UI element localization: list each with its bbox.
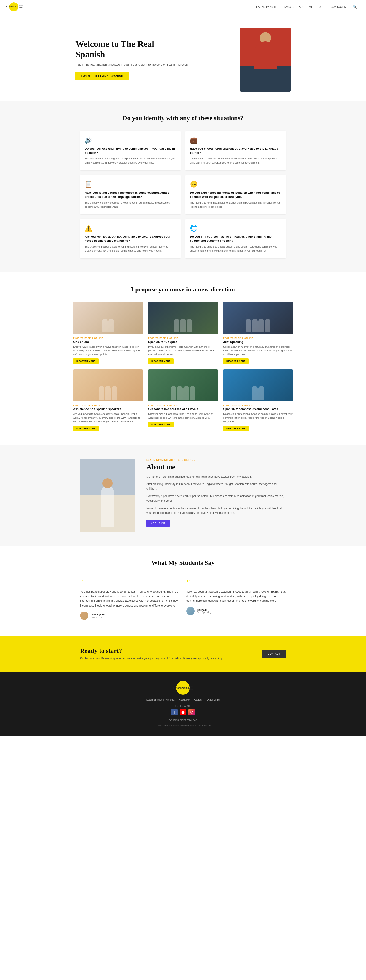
identify-title: Do you identify with any of these situat… — [9, 115, 357, 122]
service-tag-3: FACE TO FACE & ONLINE — [73, 404, 143, 406]
nav-links: Learn Spanish Services About Me Rates Co… — [255, 5, 357, 9]
footer: LEARN SPANISH with Tere Learn Spanish in… — [0, 672, 366, 736]
service-tag-0: FACE TO FACE & ONLINE — [73, 337, 143, 339]
service-desc-4: Discover how fun and rewarding it can be… — [148, 412, 218, 420]
service-button-2[interactable]: DISCOVER MORE — [223, 358, 249, 364]
service-desc-0: Enjoy private classes with a native teac… — [73, 345, 143, 356]
footer-link-3[interactable]: Other Links — [207, 698, 220, 701]
cta-contact-button[interactable]: CONTACT — [262, 650, 286, 658]
footer-link-2[interactable]: Gallery — [194, 698, 202, 701]
nav-link-about[interactable]: About Me — [299, 5, 313, 8]
identify-card-2: 📋 Have you found yourself immersed in co… — [80, 175, 181, 215]
service-button-3[interactable]: DISCOVER MORE — [73, 426, 99, 431]
identify-card-1-desc: Effective communication in the work envi… — [190, 157, 281, 165]
about-image — [80, 459, 135, 532]
service-title-5: Spanish for embassies and consulates — [223, 407, 293, 411]
footer-link-0[interactable]: Learn Spanish in Almeria — [146, 698, 174, 701]
testimonials-title: What My Students Say — [9, 559, 357, 566]
identify-card-3-desc: The inability to form meaningful relatio… — [190, 201, 281, 209]
about-section: LEARN SPANISH WITH TERE METHOD About me … — [0, 445, 366, 546]
service-card-4: FACE TO FACE & ONLINE Seasoners live cou… — [148, 369, 218, 431]
instagram-icon[interactable] — [189, 709, 195, 716]
footer-logo[interactable]: LEARN SPANISH with Tere — [176, 681, 190, 695]
service-button-4[interactable]: DISCOVER MORE — [148, 422, 174, 427]
service-image-4 — [148, 369, 218, 401]
about-text: LEARN SPANISH WITH TERE METHOD About me … — [146, 459, 286, 527]
service-image-3 — [73, 369, 143, 401]
about-para-1: After finishing university in Granada, I… — [146, 482, 286, 491]
service-card-3: FACE TO FACE & ONLINE Assistance non-spa… — [73, 369, 143, 431]
clipboard-icon: 📋 — [85, 180, 176, 188]
testimonial-text-0: Tere has beautiful energy and is so fun … — [80, 589, 179, 608]
service-card-1: FACE TO FACE & ONLINE Spanish for Couple… — [148, 302, 218, 364]
nav-link-contact[interactable]: Contact Me — [331, 5, 348, 8]
identify-card-0-desc: The frustration of not being able to exp… — [85, 157, 176, 165]
service-title-2: Just Speaking! — [223, 340, 293, 344]
cta-title: Ready to start? — [80, 647, 223, 654]
author-name-1: Ian Paul — [197, 608, 211, 611]
identify-card-4-desc: The anxiety of not being able to communi… — [85, 245, 176, 253]
nav-link-services[interactable]: Services — [281, 5, 294, 8]
service-tag-2: FACE TO FACE & ONLINE — [223, 337, 293, 339]
service-button-0[interactable]: DISCOVER MORE — [73, 358, 99, 364]
about-title: About me — [146, 463, 286, 471]
author-info-0: Lana Lykhasn One on one — [91, 613, 107, 618]
author-avatar-1 — [187, 607, 195, 615]
service-title-3: Assistance non-spanish speakers — [73, 407, 143, 411]
author-info-1: Ian Paul Just Speaking — [197, 608, 211, 614]
service-button-5[interactable]: DISCOVER MORE — [223, 426, 249, 431]
service-image-1 — [148, 302, 218, 334]
service-image-2 — [223, 302, 293, 334]
identify-section: Do you identify with any of these situat… — [0, 101, 366, 272]
hero-title: Welcome to The Real Spanish — [75, 39, 231, 60]
about-me-button[interactable]: ABOUT ME — [146, 520, 169, 527]
logo[interactable]: LEARN SPANISH with Tere — [9, 2, 18, 11]
about-para-2: Don't worry if you have never learnt Spa… — [146, 494, 286, 503]
about-label: LEARN SPANISH WITH TERE METHOD — [146, 459, 286, 461]
footer-privacy[interactable]: POLÍTICA DE PRIVACIDAD — [80, 719, 286, 722]
footer-link-1[interactable]: About Me — [179, 698, 190, 701]
testimonial-author-1: Ian Paul Just Speaking — [187, 607, 286, 615]
nav-link-learn-spanish[interactable]: Learn Spanish — [255, 5, 276, 8]
youtube-icon[interactable] — [180, 709, 186, 716]
hero-text: Welcome to The Real Spanish Plug in the … — [75, 39, 231, 80]
svg-point-1 — [191, 712, 192, 713]
service-card-2: FACE TO FACE & ONLINE Just Speaking! Spe… — [223, 302, 293, 364]
search-icon[interactable]: 🔍 — [353, 5, 357, 9]
identify-card-1: 💼 Have you encountered challenges at wor… — [185, 131, 286, 170]
testimonials-grid: " Tere has beautiful energy and is so fu… — [80, 576, 286, 622]
service-desc-3: Are you moving to Spain and don't speak … — [73, 412, 143, 423]
service-image-0 — [73, 302, 143, 334]
hero-subtitle: Plug in the real Spanish language in you… — [75, 62, 231, 67]
navigation: LEARN SPANISH with Tere Learn Spanish Se… — [0, 0, 366, 14]
identify-card-5-title: Do you find yourself having difficulties… — [190, 235, 281, 243]
identify-card-4: ⚠️ Are you worried about not being able … — [80, 219, 181, 258]
service-tag-5: FACE TO FACE & ONLINE — [223, 404, 293, 406]
hero-section: Welcome to The Real Spanish Plug in the … — [0, 14, 366, 101]
hero-cta-button[interactable]: I WANT TO LEARN SPANISH — [75, 72, 129, 80]
identify-card-3-title: Do you experience moments of isolation w… — [190, 191, 281, 199]
identify-card-2-desc: The difficulty of clearly expressing you… — [85, 201, 176, 209]
nav-link-rates[interactable]: Rates — [318, 5, 326, 8]
warning-icon: ⚠️ — [85, 224, 176, 232]
footer-copyright: © 2024 · Todos los derechos reservados ·… — [80, 724, 286, 727]
about-para-3: None of these elements can be separated … — [146, 506, 286, 515]
footer-social — [80, 709, 286, 716]
service-button-1[interactable]: DISCOVER MORE — [148, 358, 174, 364]
service-image-5 — [223, 369, 293, 401]
testimonial-text-1: Tere has been an awesome teacher! I move… — [187, 589, 286, 603]
service-tag-1: FACE TO FACE & ONLINE — [148, 337, 218, 339]
facebook-icon[interactable] — [171, 709, 177, 716]
testimonial-author-0: Lana Lykhasn One on one — [80, 611, 179, 620]
about-para-0: My name is Tere. I'm a qualified teacher… — [146, 474, 286, 479]
service-title-4: Seasoners live courses of all levels — [148, 407, 218, 411]
hero-image — [240, 28, 291, 92]
briefcase-icon: 💼 — [190, 136, 281, 144]
author-title-0: One on one — [91, 616, 107, 618]
testimonial-0: " Tere has beautiful energy and is so fu… — [80, 576, 179, 622]
service-desc-1: If you have a similar level, learn Spani… — [148, 345, 218, 356]
identify-card-1-title: Have you encountered challenges at work … — [190, 146, 281, 155]
author-name-0: Lana Lykhasn — [91, 613, 107, 616]
identify-card-0: 🔊 Do you feel lost when trying to commun… — [80, 131, 181, 170]
identify-card-5-desc: The inability to understand local custom… — [190, 245, 281, 253]
